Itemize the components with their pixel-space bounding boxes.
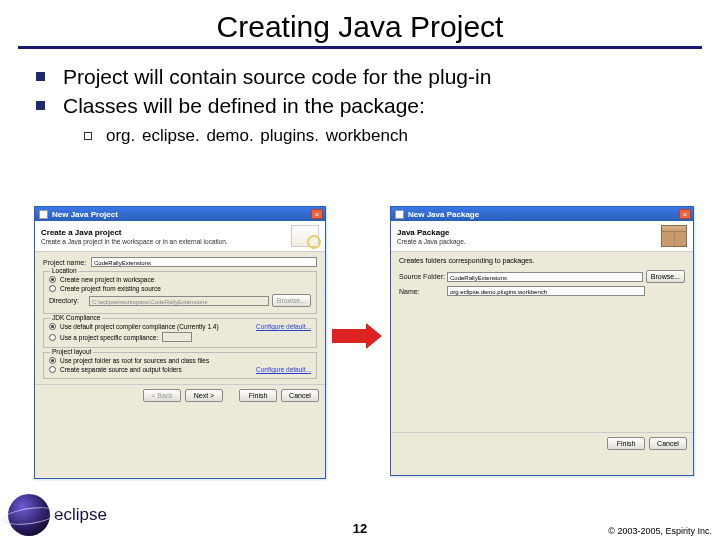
slide-title: Creating Java Project [18,10,702,44]
wizard-banner: Java Package Create a Java package. [391,221,693,252]
radio-label: Create separate source and output folder… [60,366,182,373]
hint-text: Creates folders corresponding to package… [399,257,685,264]
radio-icon [49,334,56,341]
radio-label: Create project from existing source [60,285,161,292]
dialog-body: Project name: CodeRallyExtensions Locati… [35,252,325,384]
source-folder-label: Source Folder: [399,273,447,280]
titlebar-text: New Java Project [52,210,311,219]
name-input[interactable]: org.eclipse.demo.plugins.workbench [447,286,645,296]
slide: Creating Java Project Project will conta… [0,0,720,540]
bullet-square-icon [36,101,45,110]
radio-icon [49,276,56,283]
radio-icon [49,323,56,330]
titlebar-text: New Java Package [408,210,679,219]
project-name-row: Project name: CodeRallyExtensions [43,257,317,267]
page-number: 12 [353,521,367,536]
bullet-1-text: Project will contain source code for the… [63,63,491,90]
copyright: © 2003-2005, Espirity Inc. [608,526,712,536]
directory-label: Directory: [49,297,89,304]
project-name-label: Project name: [43,259,91,266]
name-label: Name: [399,288,447,295]
dialog-titlebar[interactable]: New Java Package × [391,207,693,221]
location-workspace-radio[interactable]: Create new project in workspace [49,276,311,283]
next-button[interactable]: Next > [185,389,223,402]
banner-subtitle: Create a Java project in the workspace o… [41,238,228,245]
bullet-1: Project will contain source code for the… [36,63,700,90]
bullet-list: Project will contain source code for the… [36,63,700,146]
dialog-titlebar[interactable]: New Java Project × [35,207,325,221]
eclipse-logo: eclipse [8,494,107,536]
title-area: Creating Java Project [18,0,702,49]
wizard-banner: Create a Java project Create a Java proj… [35,221,325,252]
cancel-button[interactable]: Cancel [649,437,687,450]
close-icon[interactable]: × [311,209,323,219]
browse-button: Browse... [272,294,311,307]
radio-label: Use project folder as root for sources a… [60,357,209,364]
project-name-input[interactable]: CodeRallyExtensions [91,257,317,267]
cancel-button[interactable]: Cancel [281,389,319,402]
back-button: < Back [143,389,181,402]
layout-single-radio[interactable]: Use project folder as root for sources a… [49,357,311,364]
location-existing-radio[interactable]: Create project from existing source [49,285,311,292]
jdk-specific-radio[interactable]: Use a project specific compliance: [49,332,311,342]
bullet-2-text: Classes will be defined in the package: [63,92,425,119]
browse-button[interactable]: Browse... [646,270,685,283]
new-java-project-dialog: New Java Project × Create a Java project… [34,206,326,479]
configure-default-link[interactable]: Configure default... [256,323,311,330]
layout-separate-radio[interactable]: Create separate source and output folder… [49,366,311,373]
radio-label: Create new project in workspace [60,276,154,283]
banner-title: Create a Java project [41,228,228,237]
bullet-hollow-square-icon [84,132,92,140]
name-row: Name: org.eclipse.demo.plugins.workbench [399,286,685,296]
eclipse-logo-text: eclipse [54,505,107,525]
jdk-legend: JDK Compliance [50,314,102,321]
banner-title: Java Package [397,228,466,237]
radio-icon [49,285,56,292]
arrow-icon [332,323,382,349]
source-folder-row: Source Folder: CodeRallyExtensions Brows… [399,270,685,283]
compliance-select [162,332,192,342]
location-group: Location Create new project in workspace… [43,271,317,314]
close-icon[interactable]: × [679,209,691,219]
source-folder-input[interactable]: CodeRallyExtensions [447,272,643,282]
radio-label: Use default project compiler compliance … [60,323,219,330]
subbullet-1-text: org. eclipse. demo. plugins. workbench [106,126,408,146]
radio-icon [49,357,56,364]
project-layout-group: Project layout Use project folder as roo… [43,352,317,379]
subbullet-1: org. eclipse. demo. plugins. workbench [84,126,700,146]
banner-subtitle: Create a Java package. [397,238,466,245]
dialog-body: Creates folders corresponding to package… [391,252,693,432]
bullet-2: Classes will be defined in the package: [36,92,700,119]
directory-input: C:\eclipse\workspace\CodeRallyExtensions [89,296,269,306]
wizard-icon [291,225,319,247]
layout-legend: Project layout [50,348,93,355]
footer: eclipse 12 © 2003-2005, Espirity Inc. [0,484,720,540]
radio-label: Use a project specific compliance: [60,334,158,341]
eclipse-orb-icon [8,494,50,536]
finish-button[interactable]: Finish [607,437,645,450]
finish-button[interactable]: Finish [239,389,277,402]
location-legend: Location [50,267,79,274]
app-icon [39,210,48,219]
button-row: < Back Next > Finish Cancel [35,384,325,406]
package-icon [661,225,687,247]
radio-icon [49,366,56,373]
configure-default-link[interactable]: Configure default... [256,366,311,373]
jdk-default-radio[interactable]: Use default project compiler compliance … [49,323,311,330]
app-icon [395,210,404,219]
jdk-compliance-group: JDK Compliance Use default project compi… [43,318,317,348]
bullet-square-icon [36,72,45,81]
new-java-package-dialog: New Java Package × Java Package Create a… [390,206,694,476]
button-row: Finish Cancel [391,432,693,454]
